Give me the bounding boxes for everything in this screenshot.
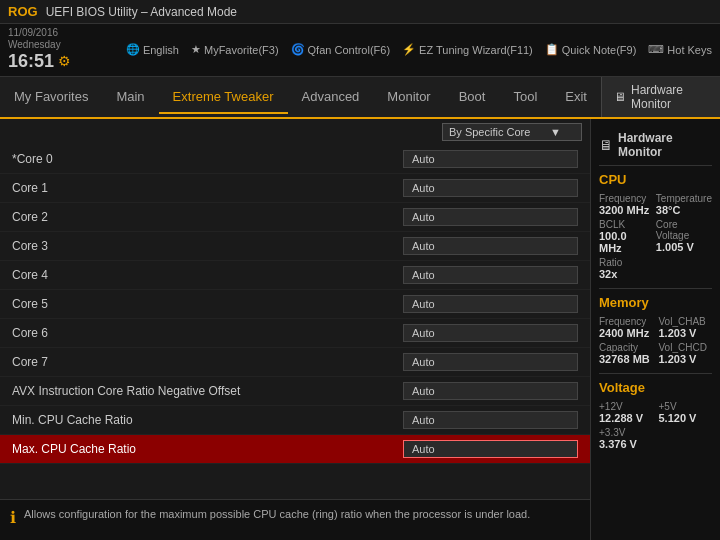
- nav-exit[interactable]: Exit: [551, 81, 601, 112]
- hw-monitor-panel: 🖥 Hardware Monitor CPU Frequency 3200 MH…: [590, 119, 720, 540]
- mem-voltage-divider: [599, 373, 712, 374]
- left-panel: By Specific Core ▼ *Core 0 Auto Core 1 A…: [0, 119, 590, 540]
- setting-min-cache-ratio[interactable]: Min. CPU Cache Ratio Auto: [0, 406, 590, 435]
- setting-core3[interactable]: Core 3 Auto: [0, 232, 590, 261]
- hw-panel-icon: 🖥: [599, 137, 613, 153]
- content-area: By Specific Core ▼ *Core 0 Auto Core 1 A…: [0, 119, 720, 540]
- hw-panel-title: Hardware Monitor: [618, 131, 712, 159]
- dropdown-arrow-icon: ▼: [550, 126, 561, 138]
- date-display: 11/09/2016 Wednesday: [8, 27, 108, 51]
- fan-icon: 🌀: [291, 43, 305, 56]
- ratio-display: Ratio 32x: [599, 257, 650, 280]
- hw-monitor-btn-label: Hardware Monitor: [631, 83, 708, 111]
- rog-logo: ROG: [8, 4, 38, 19]
- info-description: Allows configuration for the maximum pos…: [24, 506, 530, 523]
- v12-display: +12V 12.288 V: [599, 401, 653, 424]
- qfan-button[interactable]: 🌀 Qfan Control(F6): [291, 43, 391, 56]
- voltage-grid: +12V 12.288 V +5V 5.120 V +3.3V 3.376 V: [599, 401, 712, 450]
- memory-section-title: Memory: [599, 295, 712, 310]
- setting-value-core5: Auto: [403, 295, 578, 313]
- setting-core4[interactable]: Core 4 Auto: [0, 261, 590, 290]
- quick-note-label: Quick Note(F9): [562, 44, 637, 56]
- memory-grid: Frequency 2400 MHz Vol_CHAB 1.203 V Capa…: [599, 316, 712, 365]
- note-icon: 📋: [545, 43, 559, 56]
- info-box: ℹ Allows configuration for the maximum p…: [0, 499, 590, 540]
- cpu-grid: Frequency 3200 MHz Temperature 38°C BCLK…: [599, 193, 712, 280]
- setting-core2[interactable]: Core 2 Auto: [0, 203, 590, 232]
- setting-value-core3: Auto: [403, 237, 578, 255]
- globe-icon: 🌐: [126, 43, 140, 56]
- ez-tuning-label: EZ Tuning Wizard(F11): [419, 44, 533, 56]
- vol-chab-display: Vol_CHAB 1.203 V: [659, 316, 713, 339]
- setting-value-core4: Auto: [403, 266, 578, 284]
- main-nav: My Favorites Main Extreme Tweaker Advanc…: [0, 77, 720, 119]
- nav-monitor[interactable]: Monitor: [373, 81, 444, 112]
- settings-icon[interactable]: ⚙: [58, 53, 71, 70]
- quick-note-button[interactable]: 📋 Quick Note(F9): [545, 43, 637, 56]
- setting-label-core7: Core 7: [12, 355, 403, 369]
- setting-label-core2: Core 2: [12, 210, 403, 224]
- title-bar: ROG UEFI BIOS Utility – Advanced Mode: [0, 0, 720, 24]
- setting-core1[interactable]: Core 1 Auto: [0, 174, 590, 203]
- time-display: 16:51: [8, 51, 54, 73]
- capacity-display: Capacity 32768 MB: [599, 342, 653, 365]
- mem-freq-display: Frequency 2400 MHz: [599, 316, 653, 339]
- nav-extreme-tweaker[interactable]: Extreme Tweaker: [159, 81, 288, 114]
- bios-title: UEFI BIOS Utility – Advanced Mode: [46, 5, 237, 19]
- setting-label-core3: Core 3: [12, 239, 403, 253]
- cpu-freq-label: Frequency 3200 MHz: [599, 193, 650, 216]
- hot-keys-button[interactable]: ⌨ Hot Keys: [648, 43, 712, 56]
- setting-value-avx: Auto: [403, 382, 578, 400]
- setting-core7[interactable]: Core 7 Auto: [0, 348, 590, 377]
- keyboard-icon: ⌨: [648, 43, 664, 56]
- core-voltage-display: Core Voltage 1.005 V: [656, 219, 712, 254]
- setting-value-min-cache: Auto: [403, 411, 578, 429]
- cpu-section-title: CPU: [599, 172, 712, 187]
- setting-value-max-cache: Auto: [403, 440, 578, 458]
- setting-value-core7: Auto: [403, 353, 578, 371]
- monitor-icon: 🖥: [614, 90, 626, 104]
- setting-label-core6: Core 6: [12, 326, 403, 340]
- setting-label-core1: Core 1: [12, 181, 403, 195]
- dropdown-row: By Specific Core ▼: [0, 119, 590, 145]
- datetime: 11/09/2016 Wednesday 16:51 ⚙: [8, 27, 108, 73]
- core-select-dropdown[interactable]: By Specific Core ▼: [442, 123, 582, 141]
- ez-tuning-button[interactable]: ⚡ EZ Tuning Wizard(F11): [402, 43, 533, 56]
- language-button[interactable]: 🌐 English: [126, 43, 179, 56]
- setting-avx[interactable]: AVX Instruction Core Ratio Negative Offs…: [0, 377, 590, 406]
- setting-value-core1: Auto: [403, 179, 578, 197]
- vol-chcd-display: Vol_CHCD 1.203 V: [659, 342, 713, 365]
- my-favorite-label: MyFavorite(F3): [204, 44, 279, 56]
- qfan-label: Qfan Control(F6): [308, 44, 391, 56]
- nav-tool[interactable]: Tool: [499, 81, 551, 112]
- setting-value-core6: Auto: [403, 324, 578, 342]
- cpu-mem-divider: [599, 288, 712, 289]
- hw-monitor-toggle[interactable]: 🖥 Hardware Monitor: [601, 77, 720, 117]
- language-label: English: [143, 44, 179, 56]
- hot-keys-label: Hot Keys: [667, 44, 712, 56]
- dropdown-label: By Specific Core: [449, 126, 530, 138]
- setting-value-core0: Auto: [403, 150, 578, 168]
- setting-label-core0: *Core 0: [12, 152, 403, 166]
- nav-boot[interactable]: Boot: [445, 81, 500, 112]
- info-bar: 11/09/2016 Wednesday 16:51 ⚙ 🌐 English ★…: [0, 24, 720, 77]
- settings-list: *Core 0 Auto Core 1 Auto Core 2 Auto Cor…: [0, 145, 590, 499]
- star-icon: ★: [191, 43, 201, 56]
- wand-icon: ⚡: [402, 43, 416, 56]
- voltage-section-title: Voltage: [599, 380, 712, 395]
- my-favorite-button[interactable]: ★ MyFavorite(F3): [191, 43, 279, 56]
- nav-main[interactable]: Main: [102, 81, 158, 112]
- setting-label-core5: Core 5: [12, 297, 403, 311]
- v33-display: +3.3V 3.376 V: [599, 427, 653, 450]
- setting-label-core4: Core 4: [12, 268, 403, 282]
- bclk-display: BCLK 100.0 MHz: [599, 219, 650, 254]
- setting-max-cache-ratio[interactable]: Max. CPU Cache Ratio Auto: [0, 435, 590, 464]
- setting-core5[interactable]: Core 5 Auto: [0, 290, 590, 319]
- setting-label-max-cache: Max. CPU Cache Ratio: [12, 442, 403, 456]
- setting-core0[interactable]: *Core 0 Auto: [0, 145, 590, 174]
- setting-value-core2: Auto: [403, 208, 578, 226]
- nav-my-favorites[interactable]: My Favorites: [0, 81, 102, 112]
- nav-advanced[interactable]: Advanced: [288, 81, 374, 112]
- setting-label-avx: AVX Instruction Core Ratio Negative Offs…: [12, 384, 403, 398]
- setting-core6[interactable]: Core 6 Auto: [0, 319, 590, 348]
